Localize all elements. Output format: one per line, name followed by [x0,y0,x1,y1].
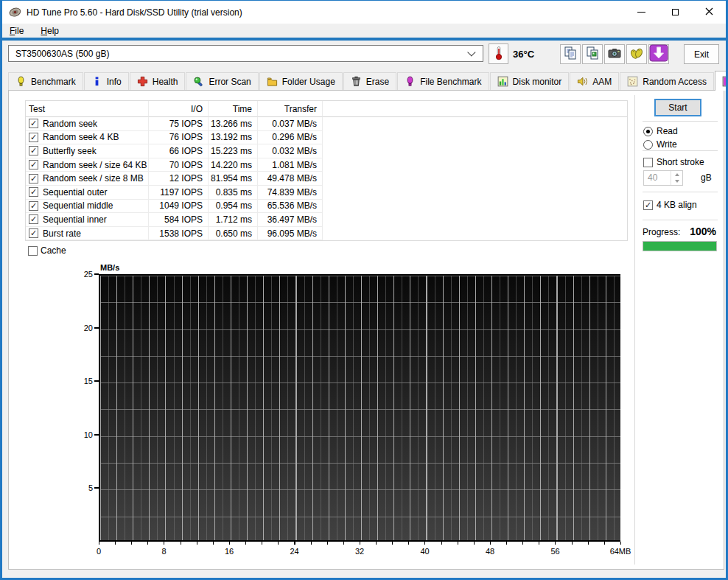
donate-button[interactable] [626,44,647,64]
exit-button[interactable]: Exit [684,44,719,64]
minimize-button[interactable] [624,1,658,24]
tab-label: Benchmark [31,77,76,87]
table-cell-time: 13.192 ms [209,131,258,145]
tab-file-benchmark[interactable]: File Benchmark [397,72,489,90]
x-tick-label: 0 [97,547,101,556]
tab-benchmark[interactable]: Benchmark [8,72,83,90]
kb-align-checkbox[interactable]: ✓ 4 KB align [643,200,697,210]
y-tick-label: 15 [72,377,93,385]
cache-checkbox[interactable]: Cache [28,245,66,256]
capacity-input[interactable]: 40 [643,170,683,186]
health-icon [137,76,148,87]
mode-radio-read[interactable]: Read [643,126,678,136]
tab-error-scan[interactable]: Error Scan [186,72,258,90]
radio-button[interactable] [643,140,653,150]
start-button[interactable]: Start [654,99,701,116]
test-checkbox[interactable]: ✓ [29,214,38,224]
window-controls [624,1,726,24]
test-checkbox[interactable]: ✓ [29,174,38,184]
copy-image-button[interactable] [582,44,603,64]
tab-health[interactable]: Health [130,72,186,90]
separator [643,220,718,220]
copy-text-icon [563,46,578,63]
tab-disk-monitor[interactable]: Disk monitor [490,72,570,90]
short-stroke-checkbox[interactable]: Short stroke [643,157,704,167]
test-checkbox[interactable]: ✓ [29,187,38,197]
x-tick-label: 64MB [610,547,631,556]
x-tick-label: 24 [290,547,298,556]
aam-icon [577,76,588,87]
benchmark-icon [15,76,27,87]
maximize-button[interactable] [658,1,692,24]
screenshot-button[interactable] [604,44,625,64]
tab-erase[interactable]: Erase [343,72,396,90]
tab-label: Random Access [643,77,707,87]
table-cell-time: 15.223 ms [209,144,258,158]
x-tick-label: 48 [486,547,494,556]
table-cell-time: 13.266 ms [209,117,258,131]
chart-y-axis-title: MB/s [100,263,119,272]
tab-aam[interactable]: AAM [570,72,619,90]
close-button[interactable] [692,1,726,24]
table-header-test: Test [26,101,149,117]
chart-plot-area [99,274,620,542]
progress-label: Progress: [643,227,680,237]
tab-bar: BenchmarkInfoHealthError ScanFolder Usag… [8,70,720,90]
x-tick-label: 8 [161,547,166,556]
thermometer-icon [494,46,504,63]
tab-info[interactable]: Info [84,72,129,90]
tab-folder-usage[interactable]: Folder Usage [259,72,343,90]
random-access-icon [627,76,638,87]
tab-random-access[interactable]: Random Access [620,72,714,90]
y-tick-label: 20 [72,324,93,332]
table-cell-time: 0.954 ms [209,200,258,214]
test-checkbox[interactable]: ✓ [29,146,38,156]
y-tick-label: 25 [72,270,93,279]
radio-button[interactable] [643,127,653,136]
kb-align-checkbox-box[interactable]: ✓ [643,200,653,210]
table-cell-io: 76 IOPS [149,131,209,145]
copy-text-button[interactable] [560,44,581,64]
test-checkbox[interactable]: ✓ [29,133,38,142]
update-icon [649,44,668,64]
progress-bar [643,241,717,251]
capacity-stepper[interactable] [671,171,682,185]
table-row-test-cell: ✓Burst rate [26,227,149,241]
controls-panel: Start ReadWrite Short stroke 40 gB ✓ 4 K… [640,91,722,569]
temperature-button[interactable] [489,43,508,64]
table-cell-io: 75 IOPS [149,117,209,131]
tab-label: Error Scan [209,77,251,87]
table-empty-area [323,117,627,240]
update-button[interactable] [648,44,669,64]
separator [643,121,718,122]
separator [643,192,718,192]
table-row-test-cell: ✓Random seek 4 KB [26,131,149,145]
cache-checkbox-box[interactable] [28,246,38,256]
table-header-transfer: Transfer [258,101,323,117]
table-row-test-cell: ✓Random seek / size 8 MB [26,172,149,186]
mode-radio-write[interactable]: Write [643,139,678,150]
file-benchmark-icon [405,76,416,87]
y-tick-mark [94,273,99,275]
app-logo-icon [9,6,21,18]
table-header-time: Time [209,101,258,117]
progress-value: 100% [690,226,716,237]
menu-item-file[interactable]: File [8,26,25,36]
stepper-up-button[interactable] [671,171,682,178]
menu-item-help[interactable]: Help [39,26,60,36]
chevron-down-icon [467,48,475,56]
test-checkbox[interactable]: ✓ [29,119,38,128]
table-header-i-o: I/O [149,101,209,117]
test-checkbox[interactable]: ✓ [29,201,38,211]
test-checkbox[interactable]: ✓ [29,228,38,238]
short-stroke-checkbox-box[interactable] [643,158,653,167]
test-checkbox[interactable]: ✓ [29,160,38,170]
tab-label: Info [107,77,122,87]
stepper-down-button[interactable] [671,178,682,186]
table-cell-time: 14.220 ms [209,158,258,172]
table-cell-transfer: 0.037 MB/s [258,117,323,131]
separator [643,150,718,151]
y-tick-mark [94,380,99,382]
device-selector[interactable]: ST3500630AS (500 gB) [8,45,483,62]
tab-extra-tests[interactable]: Extra tests [715,71,728,91]
